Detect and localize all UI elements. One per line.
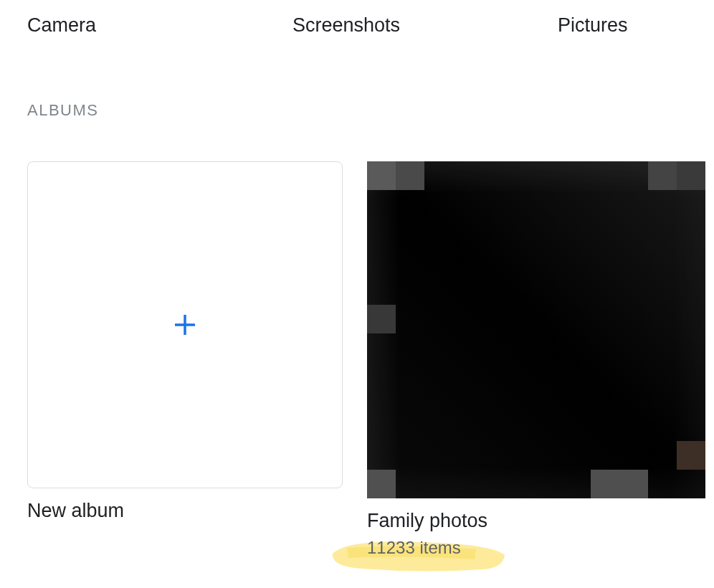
album-title-family: Family photos bbox=[367, 510, 690, 532]
new-album-card: New album bbox=[27, 161, 343, 522]
album-grid: New album Family photos 11233 items bbox=[0, 120, 714, 558]
device-folders-row: Camera Screenshots Pictures bbox=[0, 0, 714, 37]
new-album-button[interactable] bbox=[27, 161, 343, 488]
album-card-family: Family photos 11233 items bbox=[367, 161, 690, 558]
albums-section-header: ALBUMS bbox=[0, 37, 714, 120]
folder-screenshots[interactable]: Screenshots bbox=[292, 14, 558, 37]
album-thumbnail-family[interactable] bbox=[367, 161, 705, 498]
plus-icon bbox=[171, 310, 199, 339]
album-item-count-family: 11233 items bbox=[367, 538, 690, 558]
album-item-count-wrapper: 11233 items bbox=[367, 538, 690, 558]
folder-camera[interactable]: Camera bbox=[27, 14, 292, 37]
new-album-label: New album bbox=[27, 500, 343, 522]
folder-pictures[interactable]: Pictures bbox=[558, 14, 628, 37]
